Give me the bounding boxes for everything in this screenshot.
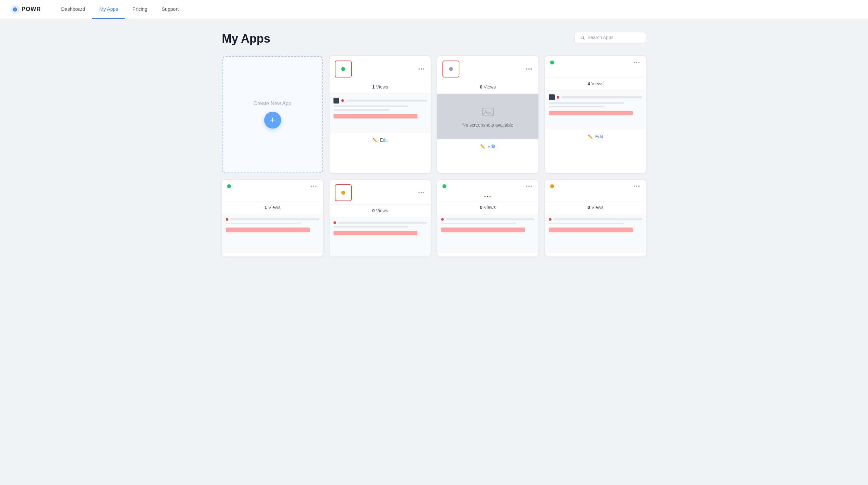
nav-support[interactable]: Support xyxy=(155,0,186,19)
search-box[interactable]: Search Apps xyxy=(575,32,646,43)
app-2-indicator-box xyxy=(442,61,459,78)
app-2-more-button[interactable] xyxy=(525,67,533,71)
no-screenshot-icon xyxy=(482,105,495,119)
app-4-more-button[interactable] xyxy=(309,184,318,188)
app-7-status-dot xyxy=(550,184,554,188)
app-card-5-header xyxy=(330,180,431,205)
app-6-more-button[interactable] xyxy=(525,184,533,188)
app-5-more-button[interactable] xyxy=(417,191,426,195)
search-icon xyxy=(580,35,585,40)
nav-pricing[interactable]: Pricing xyxy=(125,0,155,19)
app-6-views: 0 Views xyxy=(437,201,538,214)
app-card-2-header xyxy=(437,56,538,81)
app-6-views-count: 0 xyxy=(480,205,483,210)
nav-dashboard[interactable]: Dashboard xyxy=(54,0,92,19)
app-card-5: 0 Views xyxy=(330,180,431,256)
app-4-status-dot xyxy=(227,184,231,188)
page-header: My Apps Search Apps xyxy=(222,32,646,46)
app-1-indicator-box xyxy=(335,61,352,78)
app-3-edit-button[interactable]: ✏️ Edit xyxy=(545,129,646,144)
app-3-views-count: 4 xyxy=(588,81,590,86)
edit-pencil-icon-2: ✏️ xyxy=(480,144,486,149)
nav-links: Dashboard My Apps Pricing Support xyxy=(54,0,186,19)
app-1-edit-button[interactable]: ✏️ Edit xyxy=(330,133,431,147)
app-5-indicator-box xyxy=(335,184,352,201)
app-card-6: ··· 0 Views xyxy=(437,180,538,256)
brand-name: POWR xyxy=(22,6,41,13)
app-1-views-label: Views xyxy=(376,84,388,90)
app-6-views-label: Views xyxy=(484,205,496,210)
app-5-views: 0 Views xyxy=(330,205,431,217)
app-card-7: 0 Views xyxy=(545,180,646,256)
app-5-views-count: 0 xyxy=(372,208,375,213)
app-card-3-header xyxy=(545,56,646,68)
app-card-3: 4 Views ✏️ Edit xyxy=(545,56,646,173)
app-3-edit-label: Edit xyxy=(595,134,603,139)
app-1-views: 1 Views xyxy=(330,81,431,94)
logo[interactable]: POWR xyxy=(10,5,41,14)
app-card-1-header xyxy=(330,56,431,81)
edit-pencil-icon-3: ✏️ xyxy=(588,134,593,139)
navbar: POWR Dashboard My Apps Pricing Support xyxy=(0,0,868,19)
app-1-views-count: 1 xyxy=(372,84,375,90)
app-3-views-label: Views xyxy=(591,81,603,86)
app-7-views-label: Views xyxy=(591,205,603,210)
no-screenshot-label: No screenshots available xyxy=(462,122,513,128)
svg-line-2 xyxy=(583,38,584,39)
apps-grid: Create New App + 1 Views xyxy=(222,56,646,256)
create-new-app-card[interactable]: Create New App + xyxy=(222,56,323,173)
main-content: My Apps Search Apps Create New App + xyxy=(206,19,662,272)
app-card-4: 1 Views xyxy=(222,180,323,256)
app-6-status-dot xyxy=(442,184,446,188)
app-card-6-header xyxy=(437,180,538,191)
app-4-views: 1 Views xyxy=(222,201,323,214)
app-3-screenshot xyxy=(545,90,646,129)
app-7-views: 0 Views xyxy=(545,201,646,214)
app-7-screenshot xyxy=(545,214,646,253)
app-1-more-button[interactable] xyxy=(417,67,426,71)
app-1-edit-label: Edit xyxy=(380,138,388,143)
app-2-views: 0 Views xyxy=(437,81,538,94)
app-3-status-dot xyxy=(550,61,554,64)
app-3-more-button[interactable] xyxy=(632,61,641,64)
app-7-views-count: 0 xyxy=(588,205,590,210)
app-1-status-dot xyxy=(341,67,345,71)
app-card-1: 1 Views ✏️ Edit xyxy=(330,56,431,173)
app-6-counter: ··· xyxy=(484,193,492,200)
app-4-screenshot xyxy=(222,214,323,253)
search-placeholder: Search Apps xyxy=(588,35,613,40)
create-label: Create New App xyxy=(253,100,291,107)
mock-logo-icon xyxy=(334,98,339,103)
app-7-more-button[interactable] xyxy=(632,184,641,188)
app-card-2: 0 Views No screenshots available ✏️ Edit xyxy=(437,56,538,173)
app-4-views-count: 1 xyxy=(265,205,267,210)
powr-logo-icon xyxy=(10,5,20,14)
app-6-screenshot xyxy=(437,214,538,253)
app-2-edit-label: Edit xyxy=(487,144,495,149)
app-2-screenshot: No screenshots available xyxy=(437,94,538,139)
app-2-views-label: Views xyxy=(484,84,496,90)
app-1-screenshot xyxy=(330,94,431,133)
app-5-views-label: Views xyxy=(376,208,388,213)
app-card-4-header xyxy=(222,180,323,191)
edit-pencil-icon: ✏️ xyxy=(373,138,378,143)
svg-point-4 xyxy=(485,110,487,112)
nav-my-apps[interactable]: My Apps xyxy=(92,0,125,19)
app-5-status-dot xyxy=(341,191,345,195)
mock-logo-icon-3 xyxy=(549,94,555,100)
app-5-screenshot xyxy=(330,217,431,256)
app-2-views-count: 0 xyxy=(480,84,483,90)
app-3-views: 4 Views xyxy=(545,78,646,90)
create-app-button[interactable]: + xyxy=(264,112,281,128)
app-2-status-dot xyxy=(449,67,453,71)
svg-rect-3 xyxy=(483,108,493,116)
app-2-edit-button[interactable]: ✏️ Edit xyxy=(437,139,538,154)
app-card-7-header xyxy=(545,180,646,191)
page-title: My Apps xyxy=(222,32,270,46)
app-4-views-label: Views xyxy=(269,205,280,210)
